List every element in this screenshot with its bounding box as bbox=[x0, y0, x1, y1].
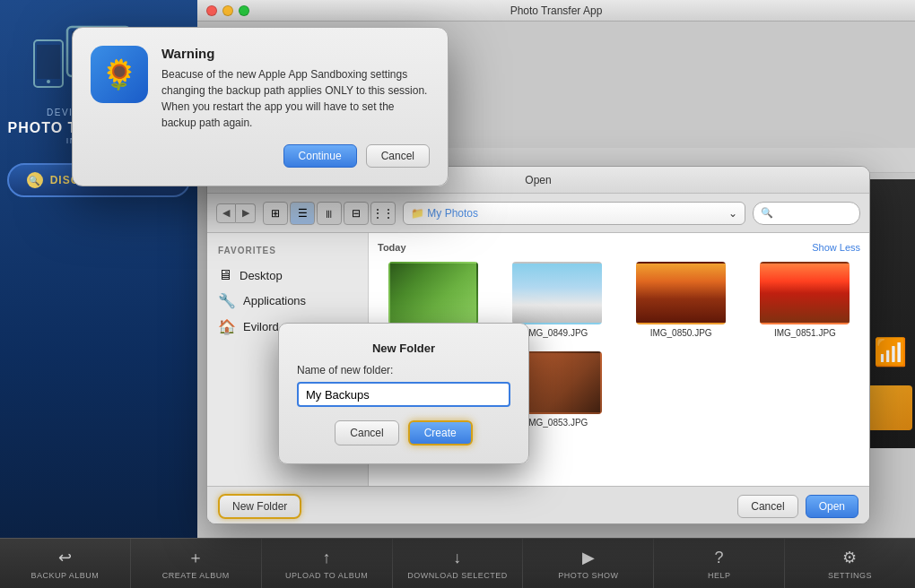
settings-icon: ⚙ bbox=[840, 547, 861, 568]
nav-buttons: ◀ ▶ bbox=[216, 203, 256, 223]
photoshow-icon: ▶ bbox=[578, 547, 599, 568]
toolbar-download-selected[interactable]: ↓ DOWNLOAD SELECTED bbox=[393, 539, 524, 588]
file-name: IMG_0849.JPG bbox=[526, 328, 588, 338]
help-icon: ? bbox=[709, 547, 730, 568]
warning-header: 🌻 Warning Beacuse of the new Apple App S… bbox=[91, 46, 430, 131]
file-name: IMG_0850.JPG bbox=[650, 328, 712, 338]
close-button[interactable] bbox=[206, 5, 217, 16]
new-folder-input[interactable] bbox=[297, 382, 510, 407]
view-buttons: ⊞ ☰ ⫼ ⊟ ⋮⋮ bbox=[263, 202, 396, 225]
icon-view-button[interactable]: ⊞ bbox=[263, 202, 288, 225]
favorite-applications-label: Applications bbox=[243, 294, 306, 307]
column-view-button[interactable]: ⫼ bbox=[317, 202, 342, 225]
backup-label: BACKUP ALBUM bbox=[30, 571, 99, 580]
main-title: Photo Transfer App bbox=[510, 4, 603, 17]
warning-content: Warning Beacuse of the new Apple App San… bbox=[161, 46, 430, 131]
toolbar-help[interactable]: ? HELP bbox=[654, 539, 785, 588]
continue-button[interactable]: Continue bbox=[283, 144, 357, 168]
search-icon: 🔍 bbox=[27, 172, 43, 188]
show-less-button[interactable]: Show Less bbox=[812, 242, 860, 253]
home-icon: 🏠 bbox=[218, 318, 236, 335]
new-folder-label: Name of new folder: bbox=[297, 364, 510, 376]
favorite-applications[interactable]: 🔧 Applications bbox=[207, 288, 368, 314]
favorites-header: FAVORITES bbox=[207, 242, 368, 259]
create-folder-button[interactable]: Create bbox=[408, 420, 473, 445]
main-titlebar: Photo Transfer App bbox=[197, 0, 915, 22]
files-date-header: Today Show Less bbox=[378, 242, 860, 253]
upload-icon: ↑ bbox=[316, 547, 337, 568]
new-folder-dialog: New Folder Name of new folder: Cancel Cr… bbox=[278, 323, 529, 464]
photo-corner-thumb bbox=[867, 385, 912, 430]
create-icon: ＋ bbox=[185, 547, 206, 568]
wifi-icon: 📶 bbox=[874, 336, 907, 368]
svg-point-5 bbox=[47, 80, 50, 83]
upload-label: UPLOAD TO ALBUM bbox=[285, 571, 368, 580]
open-toolbar: ◀ ▶ ⊞ ☰ ⫼ ⊟ ⋮⋮ 📁 My Photos ⌄ 🔍 bbox=[207, 194, 869, 233]
new-folder-title: New Folder bbox=[297, 342, 510, 355]
warning-title: Warning bbox=[161, 46, 430, 61]
photoshow-label: PHOTO SHOW bbox=[558, 571, 618, 580]
maximize-button[interactable] bbox=[239, 5, 249, 16]
cancel-open-button[interactable]: Cancel bbox=[737, 495, 797, 518]
desktop-icon: 🖥 bbox=[218, 267, 232, 283]
svg-rect-4 bbox=[37, 45, 60, 79]
bottom-toolbar: ↩ BACKUP ALBUM ＋ CREATE ALBUM ↑ UPLOAD T… bbox=[0, 538, 915, 588]
toolbar-settings[interactable]: ⚙ SETTINGS bbox=[785, 539, 915, 588]
right-panel: 📶 bbox=[865, 179, 915, 448]
files-date: Today bbox=[378, 242, 406, 253]
cancel-warning-button[interactable]: Cancel bbox=[366, 144, 430, 168]
file-thumbnail bbox=[636, 262, 726, 324]
settings-label: SETTINGS bbox=[828, 571, 872, 580]
app-icon: 🌻 bbox=[91, 46, 148, 103]
file-name: IMG_0851.JPG bbox=[774, 328, 836, 338]
toolbar-photo-show[interactable]: ▶ PHOTO SHOW bbox=[523, 539, 654, 588]
grid-view-button[interactable]: ⋮⋮ bbox=[370, 202, 396, 225]
new-folder-buttons: Cancel Create bbox=[297, 420, 510, 445]
file-thumbnail bbox=[512, 262, 602, 324]
list-item[interactable]: IMG_0850.JPG bbox=[626, 262, 736, 338]
backup-icon: ↩ bbox=[54, 547, 75, 568]
open-bottom-bar: New Folder Cancel Open bbox=[207, 486, 869, 524]
back-button[interactable]: ◀ bbox=[216, 203, 236, 223]
favorite-desktop-label: Desktop bbox=[240, 269, 283, 282]
create-label: CREATE ALBUM bbox=[162, 571, 230, 580]
file-name: IMG_0853.JPG bbox=[526, 418, 588, 428]
favorite-desktop[interactable]: 🖥 Desktop bbox=[207, 263, 368, 288]
help-label: HELP bbox=[708, 571, 731, 580]
file-thumbnail bbox=[760, 262, 850, 324]
list-item[interactable]: IMG_0851.JPG bbox=[750, 262, 860, 338]
download-icon: ↓ bbox=[447, 547, 468, 568]
search-box[interactable]: 🔍 bbox=[753, 202, 860, 225]
warning-dialog: 🌻 Warning Beacuse of the new Apple App S… bbox=[72, 27, 449, 186]
open-actions: Cancel Open bbox=[737, 495, 858, 518]
toolbar-backup-album[interactable]: ↩ BACKUP ALBUM bbox=[0, 539, 131, 588]
coverflow-view-button[interactable]: ⊟ bbox=[344, 202, 369, 225]
new-folder-button[interactable]: New Folder bbox=[218, 494, 301, 519]
toolbar-upload-album[interactable]: ↑ UPLOAD TO ALBUM bbox=[262, 539, 393, 588]
open-button[interactable]: Open bbox=[806, 495, 858, 518]
forward-button[interactable]: ▶ bbox=[236, 203, 256, 223]
file-thumbnail bbox=[388, 262, 478, 324]
open-title: Open bbox=[525, 174, 551, 186]
favorite-home-label: Evilord bbox=[243, 320, 279, 333]
cancel-new-folder-button[interactable]: Cancel bbox=[335, 420, 398, 445]
warning-text: Beacuse of the new Apple App Sandboxing … bbox=[161, 66, 430, 131]
toolbar-create-album[interactable]: ＋ CREATE ALBUM bbox=[131, 539, 262, 588]
minimize-button[interactable] bbox=[222, 5, 233, 16]
applications-icon: 🔧 bbox=[218, 292, 236, 309]
warning-buttons: Continue Cancel bbox=[91, 144, 430, 168]
window-controls bbox=[206, 5, 249, 16]
list-view-button[interactable]: ☰ bbox=[290, 202, 315, 225]
location-select[interactable]: 📁 My Photos ⌄ bbox=[403, 202, 745, 225]
download-label: DOWNLOAD SELECTED bbox=[407, 571, 508, 580]
